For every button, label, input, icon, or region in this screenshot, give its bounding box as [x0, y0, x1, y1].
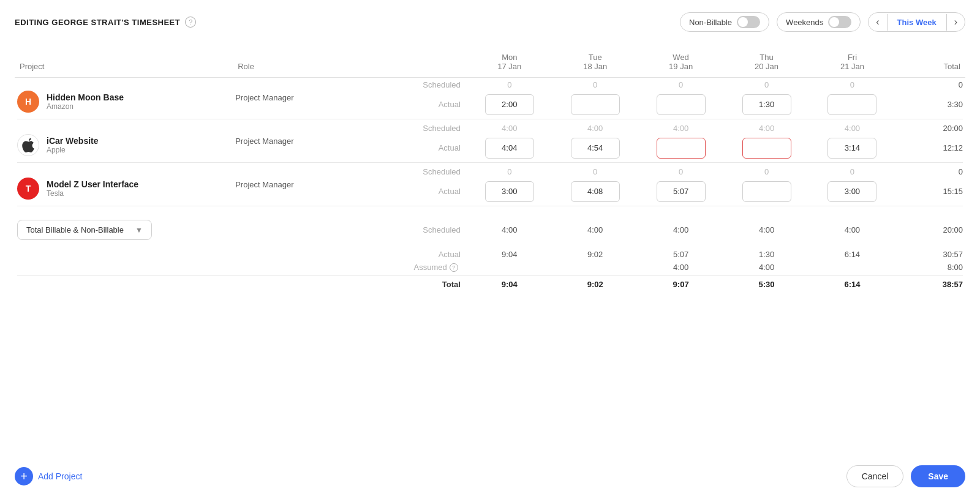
cancel-button[interactable]: Cancel [846, 465, 904, 487]
summary-table: Total Billable & Non-Billable ▼ Schedule… [15, 218, 965, 291]
summary-total-0: 9:04 [467, 278, 552, 291]
role-label-0: Project Manager [235, 92, 293, 103]
actual-input-0-0[interactable] [485, 94, 534, 115]
project-info-1: iCar Website Apple [17, 123, 230, 159]
actual-input-0-2[interactable] [657, 94, 706, 115]
summary-dropdown[interactable]: Total Billable & Non-Billable ▼ [17, 220, 152, 240]
actual-cell-0-2 [638, 92, 724, 117]
actual-label-0: Actual [389, 92, 467, 117]
project-info-2: T Model Z User Interface Tesla [17, 167, 230, 202]
summary-assumed-1 [552, 261, 638, 274]
actual-cell-2-4 [810, 179, 895, 204]
project-avatar-2: T [17, 178, 39, 200]
page-title: EDITING GEORGE STRAIT'S TIMESHEET [15, 18, 180, 27]
actual-cell-1-4 [810, 135, 895, 160]
actual-input-2-0[interactable] [485, 181, 534, 202]
role-cell-2: Project Manager [233, 165, 388, 204]
actual-input-0-4[interactable] [827, 94, 876, 115]
actual-input-0-3[interactable] [742, 94, 791, 115]
project-client-2: Tesla [47, 189, 138, 198]
add-project-label: Add Project [38, 471, 82, 481]
add-icon: + [15, 467, 33, 485]
add-project-button[interactable]: + Add Project [15, 467, 82, 485]
summary-assumed-2: 4:00 [638, 261, 724, 274]
actual-input-2-4[interactable] [827, 181, 876, 202]
scheduled-label-2: Scheduled [389, 165, 467, 179]
weekends-label: Weekends [786, 18, 823, 27]
actual-total-0: 3:30 [895, 92, 965, 117]
summary-total-total: 38:57 [895, 278, 965, 291]
scheduled-label-0: Scheduled [389, 78, 467, 92]
project-row-2-scheduled: T Model Z User Interface Tesla Project M… [15, 165, 965, 179]
actual-input-1-3[interactable] [742, 138, 791, 159]
actual-label: Actual [389, 248, 467, 261]
header-right: Non-Billable Weekends ‹ This Week › [680, 12, 965, 32]
scheduled-val-2-1: 0 [552, 165, 638, 179]
summary-sched-0: 4:00 [467, 218, 552, 242]
project-row-1-scheduled: iCar Website Apple Project ManagerSchedu… [15, 121, 965, 135]
scheduled-label-1: Scheduled [389, 121, 467, 135]
project-name-2: Model Z User Interface [47, 179, 138, 189]
project-name-0: Hidden Moon Base [47, 92, 124, 102]
summary-actual-1: 9:02 [552, 248, 638, 261]
actual-label-2: Actual [389, 179, 467, 204]
actual-input-2-3[interactable] [742, 181, 791, 202]
scheduled-val-0-2: 0 [638, 78, 724, 92]
actual-total-2: 15:15 [895, 179, 965, 204]
actual-cell-0-4 [810, 92, 895, 117]
summary-assumed-4 [810, 261, 895, 274]
prev-week-button[interactable]: ‹ [869, 13, 886, 31]
week-nav: ‹ This Week › [868, 12, 965, 32]
actual-cell-0-1 [552, 92, 638, 117]
help-icon[interactable]: ? [185, 17, 196, 28]
header-left: EDITING GEORGE STRAIT'S TIMESHEET ? [15, 17, 196, 28]
col-header-role: Role [233, 49, 388, 78]
spacer-0 [15, 117, 965, 121]
actual-input-1-2[interactable] [657, 138, 706, 159]
actual-input-2-1[interactable] [571, 181, 620, 202]
summary-total-2: 9:07 [638, 278, 724, 291]
actual-cell-1-1 [552, 135, 638, 160]
spacer-1 [15, 160, 965, 165]
scheduled-val-2-2: 0 [638, 165, 724, 179]
actual-total-1: 12:12 [895, 135, 965, 160]
col-header-day-4: Fri 21 Jan [810, 49, 895, 78]
total-label: Total [389, 278, 467, 291]
actual-input-1-0[interactable] [485, 138, 534, 159]
summary-spacer [15, 242, 965, 248]
summary-total-3: 5:30 [724, 278, 810, 291]
summary-total-4: 6:14 [810, 278, 895, 291]
weekends-toggle[interactable] [828, 16, 851, 28]
timesheet-table: Project Role Mon 17 Jan Tue 18 Jan Wed 1… [15, 49, 965, 208]
footer-buttons: Cancel Save [846, 465, 965, 487]
scheduled-total-0: 0 [895, 78, 965, 92]
actual-input-1-1[interactable] [571, 138, 620, 159]
summary-total-row: Total 9:04 9:02 9:07 5:30 6:14 38:57 [15, 278, 965, 291]
actual-input-1-4[interactable] [827, 138, 876, 159]
save-button[interactable]: Save [911, 465, 965, 487]
apple-logo-icon [17, 134, 39, 156]
scheduled-val-1-4: 4:00 [810, 121, 895, 135]
project-name-1: iCar Website [47, 136, 99, 146]
scheduled-val-0-4: 0 [810, 78, 895, 92]
summary-sched-total: 20:00 [895, 218, 965, 242]
scheduled-val-0-1: 0 [552, 78, 638, 92]
actual-input-0-1[interactable] [571, 94, 620, 115]
actual-input-2-2[interactable] [657, 181, 706, 202]
assumed-label-cell: Assumed ? [391, 263, 464, 272]
project-row-0-scheduled: H Hidden Moon Base Amazon Project Manage… [15, 78, 965, 92]
scheduled-val-2-3: 0 [724, 165, 810, 179]
scheduled-val-2-4: 0 [810, 165, 895, 179]
next-week-button[interactable]: › [947, 13, 965, 31]
nonbillable-toggle[interactable] [737, 16, 760, 28]
summary-section: Total Billable & Non-Billable ▼ Schedule… [15, 218, 965, 291]
footer: + Add Project Cancel Save [15, 465, 965, 487]
scheduled-val-2-0: 0 [467, 165, 552, 179]
assumed-info-icon[interactable]: ? [450, 263, 458, 272]
nonbillable-toggle-group: Non-Billable [680, 12, 769, 32]
col-header-total: Total [895, 49, 965, 78]
summary-actual-row: Actual 9:04 9:02 5:07 1:30 6:14 30:57 [15, 248, 965, 261]
project-cell-0: H Hidden Moon Base Amazon [15, 78, 233, 118]
actual-cell-2-0 [467, 179, 552, 204]
chevron-down-icon: ▼ [135, 226, 143, 234]
